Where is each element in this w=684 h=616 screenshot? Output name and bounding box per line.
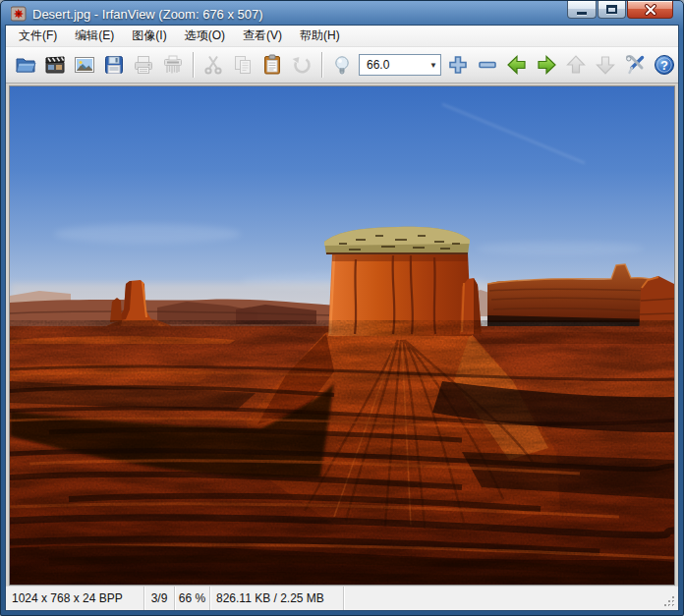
arrow-left-icon — [505, 52, 529, 78]
last-image-button[interactable] — [593, 52, 618, 78]
slideshow-button[interactable] — [42, 52, 68, 78]
arrow-up-icon — [564, 53, 588, 77]
menu-view[interactable]: 查看(V) — [234, 25, 291, 47]
lightbulb-icon — [330, 53, 354, 77]
irfanview-app-icon — [11, 6, 27, 22]
image-canvas[interactable] — [9, 85, 675, 586]
minus-icon — [476, 53, 499, 77]
shredder-icon — [161, 53, 185, 77]
previous-image-button[interactable] — [504, 52, 530, 78]
zoom-input[interactable] — [365, 57, 422, 73]
window-title: Desert.jpg - IrfanView (Zoom: 676 x 507) — [32, 7, 263, 22]
undo-icon — [290, 53, 314, 77]
clipboard-icon — [260, 53, 284, 77]
info-button[interactable] — [329, 52, 355, 78]
open-button[interactable] — [13, 52, 38, 78]
cut-button[interactable] — [200, 52, 226, 78]
minimize-icon — [577, 12, 587, 15]
save-icon — [102, 53, 126, 77]
help-button[interactable]: ? — [652, 52, 677, 78]
copy-button[interactable] — [230, 52, 256, 78]
status-file-index: 3/9 — [144, 587, 175, 610]
menu-edit[interactable]: 编辑(E) — [66, 25, 123, 47]
desert-photo — [10, 86, 674, 585]
status-bar: 1024 x 768 x 24 BPP 3/9 66 % 826.11 KB /… — [6, 586, 678, 610]
tools-icon — [623, 53, 647, 77]
zoom-combobox[interactable]: ▼ — [359, 54, 441, 76]
status-filler — [344, 587, 678, 610]
image-icon — [73, 53, 96, 77]
maximize-icon — [606, 5, 617, 14]
scissors-icon — [201, 53, 225, 77]
arrow-down-icon — [594, 53, 617, 77]
thumbnails-button[interactable] — [72, 52, 97, 78]
print-button[interactable] — [131, 52, 156, 78]
viewer-background — [6, 84, 678, 586]
irfanview-window: Desert.jpg - IrfanView (Zoom: 676 x 507)… — [0, 0, 684, 616]
printer-icon — [132, 53, 155, 77]
first-image-button[interactable] — [563, 52, 589, 78]
next-image-button[interactable] — [534, 52, 559, 78]
plus-icon — [446, 53, 470, 77]
close-icon — [644, 4, 657, 16]
svg-text:?: ? — [660, 58, 668, 73]
resize-grip[interactable] — [663, 595, 676, 608]
status-image-dimensions: 1024 x 768 x 24 BPP — [6, 587, 144, 610]
help-icon: ? — [653, 53, 676, 77]
toolbar-separator — [321, 52, 322, 78]
folder-open-icon — [14, 53, 37, 77]
close-button[interactable] — [627, 1, 673, 19]
menu-image[interactable]: 图像(I) — [123, 25, 175, 47]
minimize-button[interactable] — [567, 1, 597, 19]
arrow-right-icon — [535, 52, 558, 78]
menu-options[interactable]: 选项(O) — [176, 25, 234, 47]
status-zoom-percent: 66 % — [175, 587, 210, 610]
menu-file[interactable]: 文件(F) — [10, 25, 66, 47]
zoom-in-button[interactable] — [445, 52, 471, 78]
undo-button[interactable] — [289, 52, 314, 78]
copy-icon — [231, 53, 255, 77]
title-bar[interactable]: Desert.jpg - IrfanView (Zoom: 676 x 507) — [5, 1, 679, 25]
paste-button[interactable] — [259, 52, 285, 78]
menu-bar: 文件(F) 编辑(E) 图像(I) 选项(O) 查看(V) 帮助(H) — [6, 26, 678, 47]
slideshow-icon — [43, 53, 67, 77]
status-file-size: 826.11 KB / 2.25 MB — [210, 587, 344, 610]
toolbar: ▼ — [6, 47, 678, 84]
menu-help[interactable]: 帮助(H) — [291, 25, 349, 47]
toolbar-separator — [193, 52, 194, 78]
settings-button[interactable] — [622, 52, 648, 78]
maximize-button[interactable] — [598, 1, 626, 19]
chevron-down-icon[interactable]: ▼ — [429, 61, 437, 70]
zoom-out-button[interactable] — [475, 52, 500, 78]
delete-button[interactable] — [160, 52, 186, 78]
save-button[interactable] — [101, 52, 127, 78]
